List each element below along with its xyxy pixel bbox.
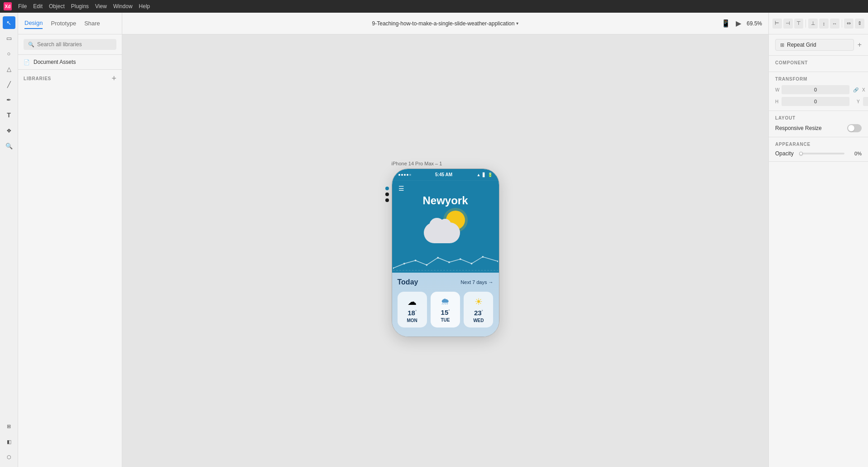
ellipse-tool[interactable]: ○ xyxy=(3,47,15,60)
tue-temp: 15° xyxy=(435,308,456,316)
hamburger-menu-icon[interactable]: ☰ xyxy=(398,184,404,192)
component-label: COMPONENT xyxy=(775,60,862,65)
align-center-v-icon[interactable]: ↕ xyxy=(819,19,829,29)
svg-point-4 xyxy=(426,264,427,265)
align-center-h-icon[interactable]: ⊣ xyxy=(783,19,793,29)
document-title: 9-Teaching-how-to-make-a-single-slide-we… xyxy=(372,20,515,27)
search-icon: 🔍 xyxy=(28,42,34,48)
device-preview-icon[interactable]: 📱 xyxy=(721,19,730,28)
appearance-label: APPEARANCE xyxy=(775,142,862,147)
status-time: 5:45 AM xyxy=(435,172,452,177)
text-tool[interactable]: T xyxy=(3,109,15,121)
distribute-v-icon[interactable]: ⇕ xyxy=(855,19,864,29)
opacity-label: Opacity xyxy=(775,150,796,157)
svg-point-3 xyxy=(414,259,416,261)
signal-icon: ▋ xyxy=(483,172,486,177)
align-right-icon[interactable]: ⊤ xyxy=(794,19,804,29)
menu-file[interactable]: File xyxy=(18,3,27,10)
y-input[interactable] xyxy=(863,97,868,106)
mon-icon: ☁ xyxy=(402,296,422,307)
document-assets[interactable]: 📄 Document Assets xyxy=(18,55,122,70)
libraries-label: LIBRARIES xyxy=(24,76,51,81)
menu-object[interactable]: Object xyxy=(49,3,65,10)
repeat-grid-label: Repeat Grid xyxy=(787,42,816,48)
svg-point-5 xyxy=(437,256,439,258)
y-label: Y xyxy=(857,99,861,104)
zoom-tool[interactable]: 🔍 xyxy=(3,140,15,152)
side-dot-3 xyxy=(385,198,389,202)
responsive-resize-toggle[interactable] xyxy=(847,124,862,132)
opacity-value: 0% xyxy=(848,151,862,156)
transform-label: TRANSFORM xyxy=(775,77,862,82)
align-bottom-icon[interactable]: ↔ xyxy=(830,19,839,29)
rectangle-tool[interactable]: ▭ xyxy=(3,32,15,44)
svg-point-2 xyxy=(403,262,405,264)
menu-view[interactable]: View xyxy=(95,3,107,10)
dropdown-icon[interactable]: ▾ xyxy=(516,21,518,26)
app-logo: Xd xyxy=(4,2,12,10)
menu-edit[interactable]: Edit xyxy=(33,3,43,10)
align-left-icon[interactable]: ⊢ xyxy=(772,19,782,29)
menu-help[interactable]: Help xyxy=(139,3,150,10)
day-card-mon: ☁ 18° MON xyxy=(398,291,427,327)
svg-point-6 xyxy=(448,261,450,263)
distribute-h-icon[interactable]: ⇔ xyxy=(844,19,854,29)
layout-label: LAYOUT xyxy=(775,116,862,120)
wed-icon: ☀ xyxy=(468,296,489,307)
battery-icon: 🔋 xyxy=(488,172,493,177)
day-card-wed: ☀ 23° WED xyxy=(464,291,493,327)
wed-day: WED xyxy=(468,318,489,323)
align-top-icon[interactable]: ⊥ xyxy=(808,19,818,29)
pen-tool[interactable]: ✒ xyxy=(3,93,15,106)
tue-icon: 🌧 xyxy=(435,296,456,306)
component-tool[interactable]: ❖ xyxy=(3,124,15,137)
day-card-tue: 🌧 15° TUE xyxy=(431,291,460,327)
tab-share[interactable]: Share xyxy=(84,18,100,29)
city-name: Newyork xyxy=(392,192,499,210)
tue-day: TUE xyxy=(435,317,456,322)
plugins-tool[interactable]: ⬡ xyxy=(3,451,15,463)
w-label: W xyxy=(775,87,780,92)
svg-point-9 xyxy=(482,255,484,257)
add-library-button[interactable]: + xyxy=(111,74,116,82)
wifi-icon: ▲ xyxy=(477,172,481,177)
responsive-resize-label: Responsive Resize xyxy=(775,125,822,131)
x-label: X xyxy=(862,87,867,92)
w-input[interactable] xyxy=(782,85,849,94)
link-icon[interactable]: 🔗 xyxy=(853,87,858,92)
svg-point-8 xyxy=(470,262,472,264)
repeat-grid-icon: ⊞ xyxy=(780,42,784,48)
tab-prototype[interactable]: Prototype xyxy=(51,18,76,29)
play-button[interactable]: ▶ xyxy=(736,19,741,28)
side-dot-2 xyxy=(385,192,389,196)
tab-design[interactable]: Design xyxy=(24,18,43,29)
zoom-level: 69.5% xyxy=(747,20,762,27)
menu-plugins[interactable]: Plugins xyxy=(71,3,89,10)
frame-label: iPhone 14 Pro Max – 1 xyxy=(392,160,499,166)
select-tool[interactable]: ↖ xyxy=(3,16,15,29)
h-label: H xyxy=(775,99,780,104)
next-7-days-link[interactable]: Next 7 days → xyxy=(460,279,493,284)
today-label: Today xyxy=(398,278,418,286)
search-input[interactable] xyxy=(37,41,112,48)
layers-tool[interactable]: ◧ xyxy=(3,435,15,448)
add-component-icon[interactable]: + xyxy=(858,41,862,49)
wed-temp: 23° xyxy=(468,308,489,316)
side-dot-1 xyxy=(385,186,389,190)
svg-point-7 xyxy=(459,258,461,260)
mon-day: MON xyxy=(402,318,422,323)
document-assets-label: Document Assets xyxy=(34,59,76,65)
svg-point-10 xyxy=(497,260,498,262)
phone-container: iPhone 14 Pro Max – 1 xyxy=(392,160,499,337)
phone-frame: 5:45 AM ▲ ▋ 🔋 ☰ New xyxy=(392,168,499,337)
line-tool[interactable]: ╱ xyxy=(3,78,15,91)
menu-window[interactable]: Window xyxy=(113,3,133,10)
opacity-slider[interactable] xyxy=(799,153,844,154)
triangle-tool[interactable]: △ xyxy=(3,63,15,75)
document-icon: 📄 xyxy=(24,59,30,65)
ui-kit-tool[interactable]: ⊞ xyxy=(3,420,15,433)
repeat-grid-button[interactable]: ⊞ Repeat Grid xyxy=(775,39,854,51)
h-input[interactable] xyxy=(782,97,849,106)
mon-temp: 18° xyxy=(402,308,422,316)
